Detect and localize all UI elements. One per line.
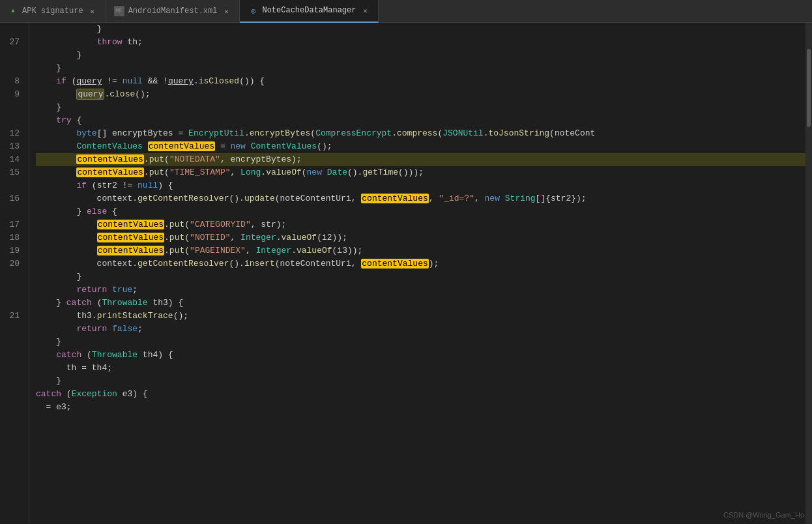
code-line-close3: } — [36, 375, 805, 388]
code-line-6: query.close(); — [36, 88, 805, 101]
watermark: CSDN @Wong_Gam_Ho — [723, 511, 804, 519]
code-line-close2: } — [36, 336, 805, 349]
ln-20d — [0, 297, 23, 310]
tab-apk-label: APK signature — [22, 7, 83, 16]
code-line-5: if (query != null && !query.isClosed()) … — [36, 75, 805, 88]
ln-3 — [0, 49, 23, 62]
ln-21c — [0, 336, 23, 349]
code-line-7: } — [36, 101, 805, 114]
line-numbers: 27 8 9 12 13 14 15 16 17 18 19 20 21 — [0, 23, 29, 524]
code-line-return-false: return false; — [36, 323, 805, 336]
tab-cache[interactable]: ◎ NoteCacheDataManager ✕ — [240, 0, 379, 23]
ln-21b — [0, 323, 23, 336]
ln-21h — [0, 401, 23, 414]
tab-manifest-close[interactable]: ✕ — [221, 6, 231, 16]
ln-10 — [0, 179, 23, 192]
code-line-8: try { — [36, 114, 805, 127]
mf-icon: MF — [114, 6, 124, 16]
code-line-4: } — [36, 62, 805, 75]
code-line-if: if (str2 != null) { — [36, 179, 805, 192]
code-line-catch2: catch (Throwable th4) { — [36, 349, 805, 362]
tab-cache-label: NoteCacheDataManager — [262, 6, 356, 15]
code-line-e3: = e3; — [36, 401, 805, 414]
code-line-return-true: return true; — [36, 284, 805, 297]
code-line-19: contentValues.put("PAGEINDEX", Integer.v… — [36, 244, 805, 257]
ln-6 — [0, 101, 23, 114]
ln-20: 20 — [0, 257, 23, 270]
ln-21g — [0, 388, 23, 401]
code-line-th4: th = th4; — [36, 362, 805, 375]
code-line-16: context.getContentResolver().update(note… — [36, 192, 805, 205]
code-line-14: contentValues.put("NOTEDATA", encryptByt… — [36, 153, 805, 166]
code-editor[interactable]: } throw th; } } if (query != null && !qu… — [29, 23, 805, 524]
tab-manifest[interactable]: MF AndroidManifest.xml ✕ — [106, 0, 240, 23]
ln-21f — [0, 375, 23, 388]
code-line-21: th3.printStackTrace(); — [36, 310, 805, 323]
code-line-12: byte[] encryptBytes = EncryptUtil.encryp… — [36, 127, 805, 140]
code-line-13: ContentValues contentValues = new Conten… — [36, 140, 805, 153]
ln-15: 15 — [0, 166, 23, 179]
cache-icon: ◎ — [248, 5, 258, 16]
ln-18: 18 — [0, 231, 23, 244]
code-line-2: throw th; — [36, 36, 805, 49]
code-line-close1: } — [36, 270, 805, 284]
apk-icon: ▲ — [8, 6, 18, 16]
ln-27: 27 — [0, 36, 23, 49]
ln-19: 19 — [0, 244, 23, 257]
ln-7 — [0, 114, 23, 127]
scrollbar-thumb[interactable] — [807, 49, 811, 127]
ln-21d — [0, 349, 23, 362]
ln-1 — [0, 23, 23, 36]
vertical-scrollbar[interactable] — [805, 23, 812, 524]
ln-9: 9 — [0, 88, 23, 101]
ln-20b — [0, 270, 23, 284]
ln-4 — [0, 62, 23, 75]
tab-cache-close[interactable]: ✕ — [360, 5, 370, 16]
ln-20c — [0, 284, 23, 297]
code-line-catch3: catch (Exception e3) { — [36, 388, 805, 401]
tab-bar: ▲ APK signature ✕ MF AndroidManifest.xml… — [0, 0, 812, 23]
ln-17: 17 — [0, 218, 23, 231]
code-line-3: } — [36, 49, 805, 62]
code-line-catch1: } catch (Throwable th3) { — [36, 297, 805, 310]
code-line-18: contentValues.put("NOTEID", Integer.valu… — [36, 231, 805, 244]
tab-apk-close[interactable]: ✕ — [87, 6, 98, 16]
code-container: 27 8 9 12 13 14 15 16 17 18 19 20 21 — [0, 23, 812, 524]
tab-apk[interactable]: ▲ APK signature ✕ — [0, 0, 106, 23]
ln-11 — [0, 205, 23, 218]
ln-21e — [0, 362, 23, 375]
code-line-20: context.getContentResolver().insert(note… — [36, 257, 805, 270]
code-line-else: } else { — [36, 205, 805, 218]
code-line-1: } — [36, 23, 805, 36]
ln-21: 21 — [0, 310, 23, 323]
ln-8: 8 — [0, 75, 23, 88]
ln-14: 14 — [0, 153, 23, 166]
tab-manifest-label: AndroidManifest.xml — [128, 7, 218, 16]
ln-13: 13 — [0, 140, 23, 153]
ln-16: 16 — [0, 192, 23, 205]
code-line-17: contentValues.put("CATEGORYID", str); — [36, 218, 805, 231]
code-line-15: contentValues.put("TIME_STAMP", Long.val… — [36, 166, 805, 179]
ln-12: 12 — [0, 127, 23, 140]
